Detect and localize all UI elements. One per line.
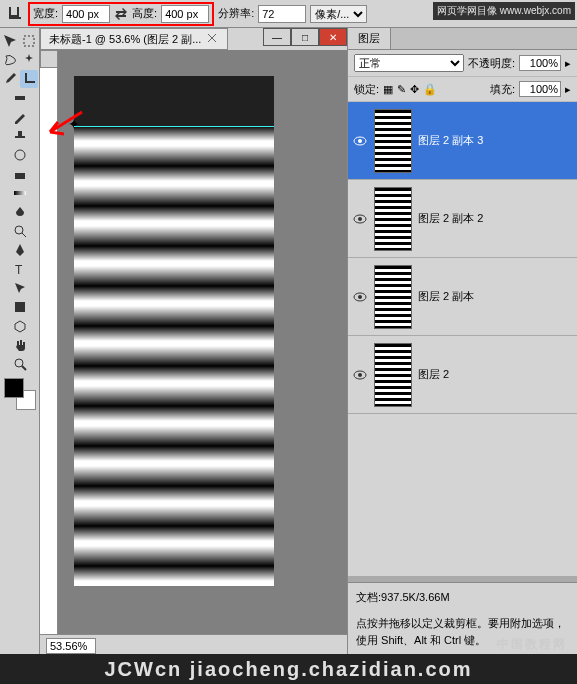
width-input[interactable] [62, 5, 110, 23]
opacity-input[interactable] [519, 55, 561, 71]
svg-point-12 [358, 139, 362, 143]
layer-item[interactable]: 图层 2 副本 [348, 258, 577, 336]
lock-all-icon[interactable]: 🔒 [423, 83, 437, 96]
eyedropper-tool-icon[interactable] [1, 70, 19, 88]
minimize-button[interactable]: — [263, 28, 291, 46]
lock-transparency-icon[interactable]: ▦ [383, 83, 393, 96]
canvas-viewport[interactable]: ✦ [58, 50, 347, 634]
ruler-corner [40, 50, 58, 68]
window-buttons: — □ ✕ [263, 28, 347, 50]
doc-size-text: 文档:937.5K/3.66M [356, 589, 569, 607]
layer-item[interactable]: 图层 2 [348, 336, 577, 414]
canvas-image [74, 126, 274, 586]
layer-thumbnail[interactable] [374, 109, 412, 173]
layer-name[interactable]: 图层 2 [418, 367, 449, 382]
crop-tool-icon-active[interactable] [20, 70, 38, 88]
canvas-wrap: ✦ [40, 50, 347, 634]
layers-tab[interactable]: 图层 [348, 28, 391, 49]
blur-tool-icon[interactable] [11, 203, 29, 221]
units-select[interactable]: 像素/... [310, 5, 367, 23]
svg-point-2 [15, 150, 25, 160]
svg-point-16 [358, 295, 362, 299]
document-tab[interactable]: 未标题-1 @ 53.6% (图层 2 副... [40, 28, 228, 50]
toolbox: T [0, 28, 40, 656]
crop-overlay[interactable]: ✦ [74, 76, 274, 126]
document-tabs: 未标题-1 @ 53.6% (图层 2 副... — □ ✕ [40, 28, 347, 50]
layer-item[interactable]: 图层 2 副本 3 [348, 102, 577, 180]
height-input[interactable] [161, 5, 209, 23]
panel-tabs: 图层 [348, 28, 577, 50]
watermark-cn: 中国教程网 [497, 636, 567, 653]
visibility-icon[interactable] [352, 211, 368, 227]
move-tool-icon[interactable] [1, 32, 19, 50]
layer-item[interactable]: 图层 2 副本 2 [348, 180, 577, 258]
path-select-icon[interactable] [11, 279, 29, 297]
zoom-tool-icon[interactable] [11, 355, 29, 373]
svg-rect-1 [15, 96, 25, 100]
hand-tool-icon[interactable] [11, 336, 29, 354]
layer-name[interactable]: 图层 2 副本 3 [418, 133, 483, 148]
lock-row: 锁定: ▦ ✎ ✥ 🔒 填充: ▸ [348, 77, 577, 102]
svg-point-18 [358, 373, 362, 377]
lasso-tool-icon[interactable] [1, 51, 19, 69]
svg-point-14 [358, 217, 362, 221]
brush-tool-icon[interactable] [11, 108, 29, 126]
height-label: 高度: [132, 6, 157, 21]
close-icon[interactable] [207, 33, 219, 45]
fg-color-swatch[interactable] [4, 378, 24, 398]
type-tool-icon[interactable]: T [11, 260, 29, 278]
history-brush-icon[interactable] [11, 146, 29, 164]
lock-move-icon[interactable]: ✥ [410, 83, 419, 96]
gradient-tool-icon[interactable] [11, 184, 29, 202]
fill-label: 填充: [490, 82, 515, 97]
lock-brush-icon[interactable]: ✎ [397, 83, 406, 96]
maximize-button[interactable]: □ [291, 28, 319, 46]
zoom-input[interactable] [46, 638, 96, 654]
shape-tool-icon[interactable] [11, 298, 29, 316]
layer-thumbnail[interactable] [374, 343, 412, 407]
healing-tool-icon[interactable] [11, 89, 29, 107]
marquee-tool-icon[interactable] [20, 32, 38, 50]
layers-panel: 图层 正常 不透明度: ▸ 锁定: ▦ ✎ ✥ 🔒 填充: ▸ 图层 2 副本 … [347, 28, 577, 656]
watermark-top: 网页学网目像 www.webjx.com [433, 2, 575, 20]
svg-rect-8 [15, 302, 25, 312]
visibility-icon[interactable] [352, 133, 368, 149]
svg-rect-4 [14, 191, 26, 195]
layer-thumbnail[interactable] [374, 187, 412, 251]
document-area: 未标题-1 @ 53.6% (图层 2 副... — □ ✕ ✦ [40, 28, 347, 656]
dodge-tool-icon[interactable] [11, 222, 29, 240]
swap-icon[interactable] [114, 7, 128, 21]
resolution-input[interactable] [258, 5, 306, 23]
canvas[interactable]: ✦ [74, 76, 274, 586]
svg-line-10 [22, 366, 26, 370]
blend-row: 正常 不透明度: ▸ [348, 50, 577, 77]
tab-title: 未标题-1 @ 53.6% (图层 2 副... [49, 32, 201, 47]
wand-tool-icon[interactable] [20, 51, 38, 69]
stamp-tool-icon[interactable] [11, 127, 29, 145]
chevron-right-icon[interactable]: ▸ [565, 57, 571, 70]
eraser-tool-icon[interactable] [11, 165, 29, 183]
visibility-icon[interactable] [352, 289, 368, 305]
status-bar [40, 634, 347, 656]
resolution-label: 分辨率: [218, 6, 254, 21]
color-swatches[interactable] [4, 378, 36, 410]
width-height-highlight: 宽度: 高度: [28, 2, 214, 26]
layer-name[interactable]: 图层 2 副本 [418, 289, 474, 304]
close-button[interactable]: ✕ [319, 28, 347, 46]
svg-rect-0 [24, 36, 34, 46]
layer-name[interactable]: 图层 2 副本 2 [418, 211, 483, 226]
3d-tool-icon[interactable] [11, 317, 29, 335]
layer-list: 图层 2 副本 3 图层 2 副本 2 图层 2 副本 图层 2 [348, 102, 577, 576]
layer-thumbnail[interactable] [374, 265, 412, 329]
svg-point-9 [15, 359, 23, 367]
width-label: 宽度: [33, 6, 58, 21]
crop-tool-icon[interactable] [4, 4, 24, 24]
fill-input[interactable] [519, 81, 561, 97]
pen-tool-icon[interactable] [11, 241, 29, 259]
watermark-en: JCWcn jiaocheng.chazidian.com [104, 658, 472, 681]
visibility-icon[interactable] [352, 367, 368, 383]
chevron-right-icon[interactable]: ▸ [565, 83, 571, 96]
svg-line-6 [22, 233, 26, 237]
guide-line[interactable] [74, 126, 274, 127]
blend-mode-select[interactable]: 正常 [354, 54, 464, 72]
